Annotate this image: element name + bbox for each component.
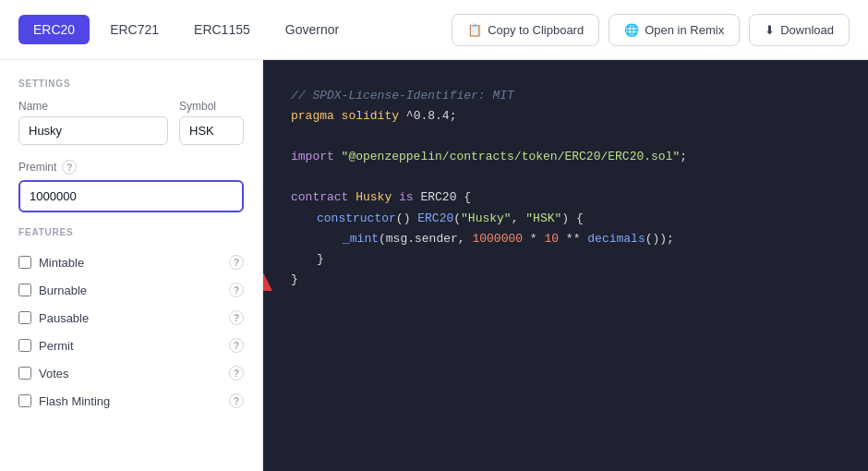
- code-line-constructor: constructor() ERC20("Husky", "HSK") {: [291, 209, 840, 229]
- premint-label: Premint: [18, 161, 56, 174]
- name-label: Name: [18, 100, 168, 113]
- tab-erc721[interactable]: ERC721: [95, 15, 174, 44]
- symbol-input[interactable]: [179, 116, 244, 145]
- features-section: FEATURES Mintable ? Burnable ? Pausabl: [18, 227, 244, 415]
- symbol-label: Symbol: [179, 100, 244, 113]
- main-layout: SETTINGS Name Symbol Premint ? FEATURES: [0, 60, 868, 471]
- votes-checkbox[interactable]: [18, 367, 31, 380]
- flash-minting-checkbox[interactable]: [18, 394, 31, 407]
- header-actions: 📋 Copy to Clipboard 🌐 Open in Remix ⬇ Do…: [452, 14, 850, 46]
- code-line-close-inner: }: [291, 249, 840, 270]
- mintable-checkbox[interactable]: [18, 256, 31, 269]
- tab-governor[interactable]: Governor: [271, 15, 354, 44]
- votes-help-icon[interactable]: ?: [229, 366, 244, 380]
- red-arrow-svg: [263, 143, 291, 309]
- settings-section-label: SETTINGS: [18, 78, 244, 89]
- flash-minting-label: Flash Minting: [39, 394, 110, 408]
- sidebar: SETTINGS Name Symbol Premint ? FEATURES: [0, 60, 263, 471]
- pausable-checkbox[interactable]: [18, 311, 31, 324]
- name-field-group: Name: [18, 100, 168, 145]
- tab-erc1155[interactable]: ERC1155: [179, 15, 265, 44]
- code-line-blank1: [291, 127, 840, 147]
- code-line-mint: _mint(msg.sender, 1000000 * 10 ** decima…: [291, 229, 840, 249]
- svg-marker-1: [263, 180, 272, 291]
- code-line-contract: contract Husky is ERC20 {: [291, 187, 840, 208]
- arrow-indicator: [263, 143, 291, 317]
- symbol-field-group: Symbol: [179, 100, 244, 145]
- open-in-remix-button[interactable]: 🌐 Open in Remix: [609, 14, 740, 46]
- code-line-close-outer: }: [291, 270, 840, 290]
- tab-erc20[interactable]: ERC20: [18, 15, 90, 44]
- burnable-checkbox[interactable]: [18, 284, 31, 296]
- burnable-label: Burnable: [39, 284, 87, 297]
- pausable-help-icon[interactable]: ?: [229, 310, 244, 325]
- feature-burnable: Burnable ?: [18, 276, 244, 304]
- features-label: FEATURES: [18, 227, 244, 237]
- pausable-label: Pausable: [39, 311, 89, 325]
- header: ERC20 ERC721 ERC1155 Governor 📋 Copy to …: [0, 0, 868, 60]
- code-line-2: pragma solidity ^0.8.4;: [291, 106, 840, 127]
- feature-flash-minting: Flash Minting ?: [18, 387, 244, 415]
- clipboard-icon: 📋: [467, 23, 482, 37]
- clipboard-copy-button[interactable]: 📋 Copy to Clipboard: [452, 14, 599, 46]
- mintable-help-icon[interactable]: ?: [229, 255, 244, 270]
- name-symbol-row: Name Symbol: [18, 100, 244, 145]
- mintable-label: Mintable: [39, 256, 84, 270]
- nav-tabs: ERC20 ERC721 ERC1155 Governor: [18, 15, 354, 44]
- feature-pausable: Pausable ?: [18, 304, 244, 332]
- code-line-blank2: [291, 167, 840, 187]
- permit-checkbox[interactable]: [18, 339, 31, 352]
- remix-icon: 🌐: [624, 23, 639, 37]
- download-button[interactable]: ⬇ Download: [749, 14, 850, 46]
- premint-input[interactable]: [18, 180, 244, 212]
- votes-label: Votes: [39, 367, 69, 380]
- flash-minting-help-icon[interactable]: ?: [229, 393, 244, 408]
- feature-votes: Votes ?: [18, 359, 244, 387]
- feature-mintable: Mintable ?: [18, 248, 244, 276]
- premint-label-row: Premint ?: [18, 160, 244, 175]
- feature-permit: Permit ?: [18, 332, 244, 359]
- permit-label: Permit: [39, 339, 74, 353]
- name-input[interactable]: [18, 116, 168, 145]
- premint-input-wrap: [18, 180, 244, 212]
- code-line-1: // SPDX-License-Identifier: MIT: [291, 86, 840, 106]
- download-icon: ⬇: [765, 23, 775, 37]
- premint-help-icon[interactable]: ?: [62, 160, 77, 175]
- code-panel: // SPDX-License-Identifier: MIT pragma s…: [263, 60, 868, 471]
- burnable-help-icon[interactable]: ?: [229, 283, 244, 297]
- code-line-import: import "@openzeppelin/contracts/token/ER…: [291, 147, 840, 167]
- permit-help-icon[interactable]: ?: [229, 338, 244, 353]
